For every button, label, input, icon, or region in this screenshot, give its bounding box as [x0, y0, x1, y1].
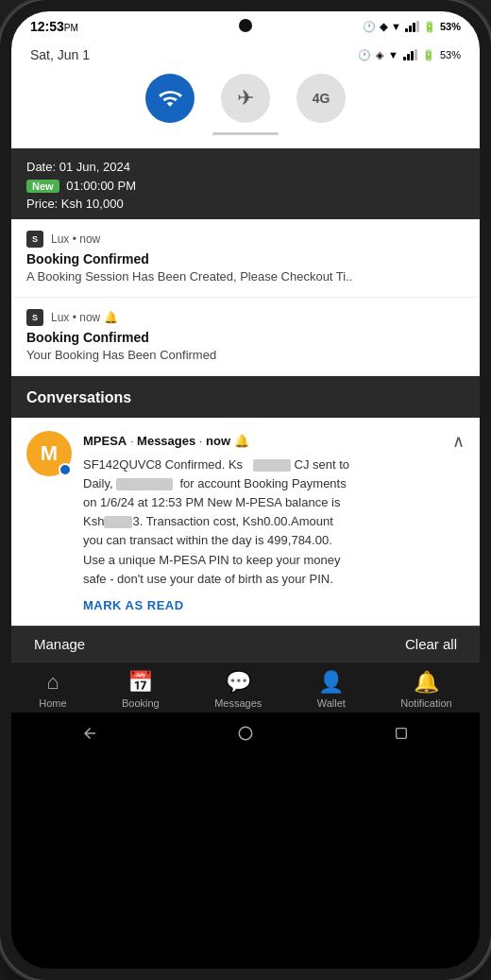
mark-as-read-button[interactable]: MARK AS READ	[83, 598, 465, 612]
nav-wallet[interactable]: 👤 Wallet	[317, 670, 346, 709]
notification-card-2[interactable]: S Lux • now 🔔 Booking Confirmed Your Boo…	[11, 298, 480, 376]
app-navigation: ⌂ Home 📅 Booking 💬 Messages 👤 Wallet 🔔 N…	[11, 662, 480, 713]
wallet-label: Wallet	[317, 697, 346, 709]
quick-settings-panel: Sat, Jun 1 🕐 ◈ ▼ 🔋 53%	[11, 38, 480, 148]
booking-time-line: New 01:00:00 PM	[26, 177, 465, 196]
mobile-data-icon: 4G	[313, 91, 330, 106]
collapse-chevron[interactable]: ∧	[452, 431, 465, 452]
phone-screen: 12:53PM 🕐 ◈ ▼ 🔋 53% Sat, Jun 1	[11, 11, 480, 969]
back-button[interactable]	[78, 722, 101, 745]
clear-all-button[interactable]: Clear all	[405, 636, 457, 652]
nav-booking[interactable]: 📅 Booking	[122, 670, 160, 709]
qs-date: Sat, Jun 1	[30, 47, 90, 62]
qs-status-icons: 🕐 ◈ ▼ 🔋 53%	[358, 49, 461, 61]
messages-label: Messages	[214, 697, 262, 709]
headphone-icon: ◈	[380, 21, 387, 33]
qs-signal-bars	[403, 49, 417, 60]
svg-point-0	[239, 727, 252, 740]
qs-alarm-icon: 🕐	[358, 49, 371, 61]
new-badge: New	[26, 180, 59, 193]
mpesa-avatar: M	[26, 431, 72, 476]
qs-headphone-icon: ◈	[376, 49, 383, 61]
notification-icon: 🔔	[414, 670, 439, 695]
wifi-toggle-button[interactable]	[145, 74, 195, 123]
notification-bottom-bar: Manage Clear all	[11, 626, 480, 662]
camera-notch	[239, 19, 252, 32]
lux-app-icon-1: S	[26, 231, 43, 248]
notif-title-2: Booking Confirmed	[26, 330, 465, 345]
nav-notification[interactable]: 🔔 Notification	[400, 670, 451, 709]
svg-rect-1	[397, 729, 407, 739]
brightness-slider	[212, 132, 279, 135]
status-time: 12:53PM	[30, 19, 78, 34]
nav-home[interactable]: ⌂ Home	[39, 670, 66, 709]
battery-percent: 53%	[440, 21, 461, 32]
qs-wifi-icon: ▼	[388, 49, 398, 60]
system-navigation	[11, 713, 480, 758]
qs-battery: 🔋	[422, 49, 435, 61]
mpesa-message-body: SF142QUVC8 Confirmed. Ks CJ sent to Dail…	[83, 456, 465, 589]
notification-label: Notification	[400, 697, 451, 709]
notif-body-2: Your Booking Has Been Confirmed	[26, 347, 465, 364]
lux-app-icon-2: S	[26, 309, 43, 326]
airplane-mode-button[interactable]: ✈	[221, 74, 270, 123]
booking-label: Booking	[122, 697, 160, 709]
notif-app-name-2: Lux • now 🔔	[51, 311, 118, 324]
recents-button[interactable]	[390, 722, 413, 745]
booking-price-line: Price: Ksh 10,000	[26, 195, 465, 214]
qs-battery-pct: 53%	[440, 49, 461, 60]
mobile-data-button[interactable]: 4G	[296, 74, 346, 123]
booking-info-area: Date: 01 Jun, 2024 New 01:00:00 PM Price…	[11, 148, 480, 219]
nav-messages[interactable]: 💬 Messages	[214, 670, 262, 709]
battery-icon: 🔋	[423, 21, 436, 33]
mpesa-meta-left: MPESA · Messages · now 🔔	[83, 434, 249, 448]
manage-button[interactable]: Manage	[34, 636, 85, 652]
home-button[interactable]	[234, 722, 257, 745]
redacted-balance	[104, 516, 132, 528]
notif-app-name-1: Lux • now	[51, 232, 100, 246]
signal-bars	[405, 21, 419, 32]
conversations-header: Conversations	[11, 376, 480, 418]
phone-frame: 12:53PM 🕐 ◈ ▼ 🔋 53% Sat, Jun 1	[0, 0, 491, 980]
mpesa-content: MPESA · Messages · now 🔔 ∧ SF142QUVC8 Co…	[83, 431, 465, 612]
mpesa-avatar-dot	[59, 463, 72, 476]
home-icon: ⌂	[46, 670, 59, 695]
redacted-name	[116, 478, 173, 490]
booking-date-line: Date: 01 Jun, 2024	[26, 158, 465, 177]
qs-top-row: Sat, Jun 1 🕐 ◈ ▼ 🔋 53%	[30, 47, 461, 62]
status-icons: 🕐 ◈ ▼ 🔋 53%	[363, 21, 461, 33]
booking-icon: 📅	[127, 670, 153, 695]
home-label: Home	[39, 697, 66, 709]
notification-cards: S Lux • now Booking Confirmed A Booking …	[11, 219, 480, 376]
mpesa-meta-row: MPESA · Messages · now 🔔 ∧	[83, 431, 465, 452]
mpesa-header: M MPESA · Messages · now 🔔 ∧ SF142QUVC8 …	[26, 431, 465, 612]
redacted-amount	[253, 459, 291, 472]
notif-body-1: A Booking Session Has Been Created, Plea…	[26, 268, 465, 285]
wallet-icon: 👤	[318, 670, 344, 695]
notif-title-1: Booking Confirmed	[26, 251, 465, 266]
notif-header-1: S Lux • now	[26, 231, 465, 248]
mpesa-notification-card[interactable]: M MPESA · Messages · now 🔔 ∧ SF142QUVC8 …	[11, 418, 480, 626]
notification-card-1[interactable]: S Lux • now Booking Confirmed A Booking …	[11, 219, 480, 298]
qs-icons-row: ✈ 4G	[30, 74, 461, 123]
messages-icon: 💬	[226, 670, 251, 695]
airplane-icon: ✈	[237, 86, 254, 111]
wifi-icon: ▼	[391, 21, 401, 32]
alarm-icon: 🕐	[363, 21, 376, 33]
conversations-title: Conversations	[26, 389, 131, 405]
notif-header-2: S Lux • now 🔔	[26, 309, 465, 326]
